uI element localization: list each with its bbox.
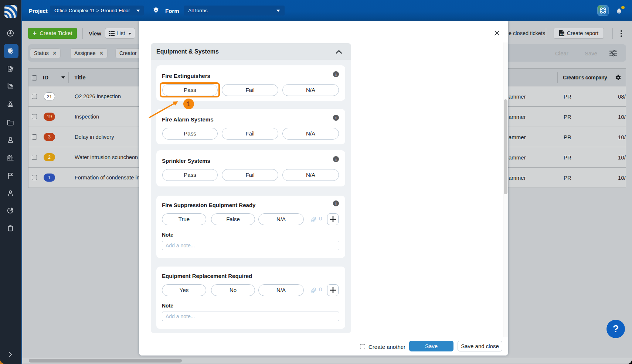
svg-text:PDF: PDF bbox=[560, 33, 564, 35]
